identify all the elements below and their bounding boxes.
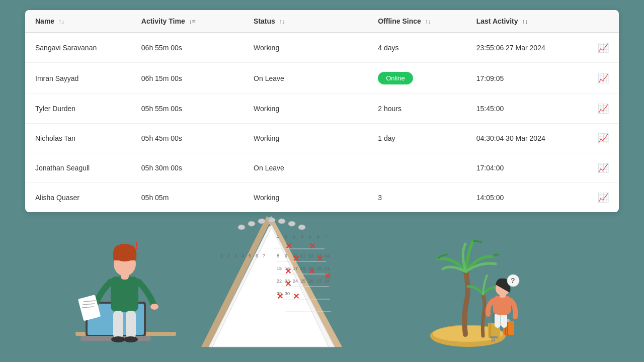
cell-offline-since: 3 bbox=[368, 183, 466, 213]
cell-status: On Leave bbox=[244, 63, 368, 94]
cell-activity-time: 05h 30m 00s bbox=[131, 153, 244, 183]
svg-text:10: 10 bbox=[292, 253, 297, 258]
col-header-activity[interactable]: Activity Time ↓≡ bbox=[131, 10, 244, 33]
table-row: Tyler Durden05h 55m 00sWorking2 hours15:… bbox=[25, 94, 619, 124]
svg-text:12: 12 bbox=[308, 253, 313, 258]
cell-offline-since: Online bbox=[368, 63, 466, 94]
sort-activity-icon[interactable]: ↓≡ bbox=[189, 18, 196, 25]
svg-text:14: 14 bbox=[325, 253, 330, 258]
svg-point-25 bbox=[298, 225, 305, 230]
svg-text:8: 8 bbox=[277, 253, 279, 258]
svg-text:17: 17 bbox=[293, 266, 298, 271]
svg-text:2: 2 bbox=[227, 253, 230, 258]
cell-name: Jonathan Seagull bbox=[25, 153, 131, 183]
svg-text:30: 30 bbox=[285, 291, 290, 296]
svg-text:11: 11 bbox=[300, 253, 305, 258]
svg-text:9: 9 bbox=[285, 253, 287, 258]
cell-status: Working bbox=[244, 124, 368, 153]
svg-text:26: 26 bbox=[308, 279, 313, 284]
col-header-name[interactable]: Name ↑↓ bbox=[25, 10, 131, 33]
svg-rect-4 bbox=[111, 277, 138, 312]
svg-text:20: 20 bbox=[316, 266, 321, 271]
col-header-lastactivity[interactable]: Last Activity ↑↓ bbox=[466, 10, 588, 33]
cell-offline-since: 2 hours bbox=[368, 94, 466, 124]
table-row: Sangavi Saravanan06h 55m 00sWorking4 day… bbox=[25, 33, 619, 63]
svg-line-11 bbox=[84, 301, 96, 302]
col-header-action bbox=[588, 10, 619, 33]
table-header: Name ↑↓ Activity Time ↓≡ Status ↑↓ Offli… bbox=[25, 10, 619, 33]
svg-text:3: 3 bbox=[234, 253, 237, 258]
sort-offline-icon[interactable]: ↑↓ bbox=[425, 18, 431, 25]
svg-rect-84 bbox=[506, 319, 510, 322]
svg-point-95 bbox=[496, 282, 510, 296]
svg-text:✕: ✕ bbox=[308, 267, 315, 276]
svg-text:6: 6 bbox=[317, 234, 319, 239]
svg-point-24 bbox=[288, 221, 295, 226]
chart-icon[interactable]: 📈 bbox=[598, 43, 609, 53]
svg-rect-87 bbox=[490, 336, 498, 338]
cell-chart-action[interactable]: 📈 bbox=[588, 183, 619, 213]
svg-text:24: 24 bbox=[293, 279, 298, 284]
svg-text:7: 7 bbox=[263, 253, 265, 258]
svg-rect-94 bbox=[500, 292, 506, 298]
svg-line-12 bbox=[83, 304, 95, 305]
cell-chart-action[interactable]: 📈 bbox=[588, 124, 619, 153]
svg-text:5: 5 bbox=[249, 253, 251, 258]
cell-name: Nicholas Tan bbox=[25, 124, 131, 153]
chart-icon[interactable]: 📈 bbox=[598, 133, 609, 143]
svg-rect-1 bbox=[86, 302, 146, 337]
col-header-status[interactable]: Status ↑↓ bbox=[244, 10, 368, 33]
cell-name: Sangavi Saravanan bbox=[25, 33, 131, 63]
chart-icon[interactable]: 📈 bbox=[598, 104, 609, 114]
table-row: Alisha Quaser05h 05mWorking314:05:00📈 bbox=[25, 183, 619, 213]
svg-rect-0 bbox=[75, 332, 176, 336]
svg-text:3: 3 bbox=[293, 234, 295, 239]
col-header-offline[interactable]: Offline Since ↑↓ bbox=[368, 10, 466, 33]
svg-point-9 bbox=[150, 304, 158, 310]
svg-text:✕: ✕ bbox=[293, 292, 299, 301]
cell-activity-time: 05h 55m 00s bbox=[131, 94, 244, 124]
cell-last-activity: 23:55:06 27 Mar 2024 bbox=[466, 33, 588, 63]
svg-point-19 bbox=[238, 225, 245, 230]
cell-chart-action[interactable]: 📈 bbox=[588, 94, 619, 124]
cell-offline-since: 4 days bbox=[368, 33, 466, 63]
cell-last-activity: 15:45:00 bbox=[466, 94, 588, 124]
chart-icon[interactable]: 📈 bbox=[598, 193, 609, 203]
cell-chart-action[interactable]: 📈 bbox=[588, 63, 619, 94]
svg-point-16 bbox=[111, 336, 125, 342]
svg-text:5: 5 bbox=[309, 234, 311, 239]
sort-status-icon[interactable]: ↑↓ bbox=[279, 18, 285, 25]
cell-activity-time: 06h 15m 00s bbox=[131, 63, 244, 94]
svg-text:✕: ✕ bbox=[277, 292, 283, 301]
svg-text:13: 13 bbox=[316, 253, 321, 258]
svg-text:7: 7 bbox=[325, 234, 328, 239]
cell-name: Imran Sayyad bbox=[25, 63, 131, 94]
chart-icon[interactable]: 📈 bbox=[598, 73, 609, 83]
svg-rect-2 bbox=[88, 304, 144, 335]
svg-text:28: 28 bbox=[325, 279, 330, 284]
sort-lastact-icon[interactable]: ↑↓ bbox=[522, 18, 528, 25]
online-badge: Online bbox=[378, 72, 413, 84]
svg-rect-10 bbox=[78, 295, 101, 321]
svg-point-8 bbox=[91, 304, 99, 310]
svg-rect-15 bbox=[126, 311, 136, 338]
illustration-area: ! bbox=[0, 211, 644, 362]
chart-icon[interactable]: 📈 bbox=[598, 163, 609, 173]
cell-activity-time: 05h 05m bbox=[131, 183, 244, 213]
svg-rect-91 bbox=[495, 313, 501, 328]
cell-chart-action[interactable]: 📈 bbox=[588, 33, 619, 63]
svg-rect-93 bbox=[493, 296, 511, 315]
calendar-illustration: 1 2 3 4 5 6 7 8 9 10 11 12 13 14 15 16 1… bbox=[186, 201, 357, 362]
svg-text:1: 1 bbox=[220, 253, 223, 258]
svg-text:21: 21 bbox=[325, 266, 330, 271]
svg-text:27: 27 bbox=[316, 279, 321, 284]
table-row: Nicholas Tan05h 45m 00sWorking1 day04:30… bbox=[25, 124, 619, 153]
table-row: Jonathan Seagull05h 30m 00sOn Leave17:04… bbox=[25, 153, 619, 183]
table-body: Sangavi Saravanan06h 55m 00sWorking4 day… bbox=[25, 33, 619, 212]
svg-text:2: 2 bbox=[285, 234, 287, 239]
svg-point-17 bbox=[124, 336, 138, 342]
cell-activity-time: 05h 45m 00s bbox=[131, 124, 244, 153]
cell-chart-action[interactable]: 📈 bbox=[588, 153, 619, 183]
svg-point-80 bbox=[433, 326, 503, 342]
sort-name-icon[interactable]: ↑↓ bbox=[58, 18, 64, 25]
